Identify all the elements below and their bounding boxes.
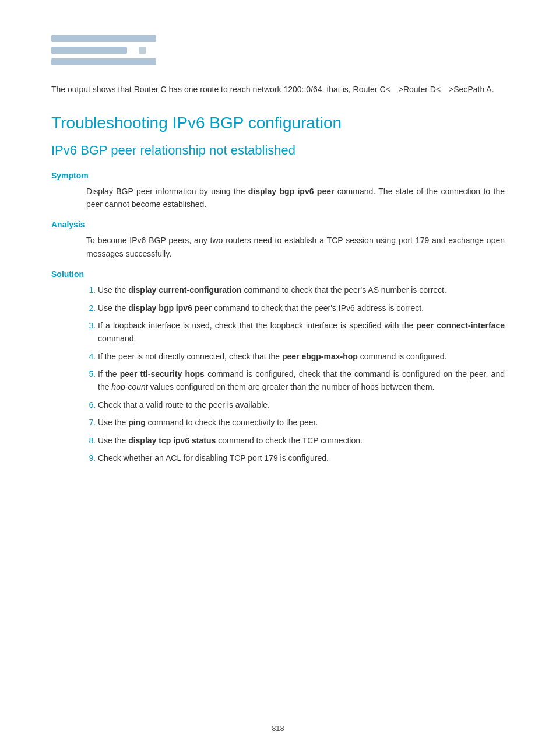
cmd-peer-connect: peer connect-interface [417, 321, 505, 330]
main-title: Troubleshooting IPv6 BGP configuration [51, 113, 505, 133]
analysis-content: To become IPv6 BGP peers, any two router… [86, 234, 505, 260]
table-bar-medium [51, 47, 127, 54]
solution-item-8: Use the display tcp ipv6 status command … [98, 434, 505, 447]
hop-count-text: hop-count [111, 382, 147, 391]
analysis-label: Analysis [51, 220, 505, 229]
table-placeholder [51, 35, 505, 65]
solution-item-4: If the peer is not directly connected, c… [98, 350, 505, 363]
table-bar-long [51, 35, 156, 42]
solution-item-9: Check whether an ACL for disabling TCP p… [98, 452, 505, 464]
symptom-cmd: display bgp ipv6 peer [248, 187, 335, 196]
symptom-label: Symptom [51, 171, 505, 180]
cmd-peer-ttl: peer ttl-security hops [120, 369, 205, 379]
cmd-ping: ping [128, 418, 146, 427]
solution-item-2: Use the display bgp ipv6 peer command to… [98, 302, 505, 314]
solution-label: Solution [51, 270, 505, 279]
sub-title: IPv6 BGP peer relationship not establish… [51, 142, 505, 159]
symptom-content: Display BGP peer information by using th… [86, 185, 505, 211]
solution-list: Use the display current-configuration co… [86, 284, 505, 464]
solution-item-1: Use the display current-configuration co… [98, 284, 505, 296]
cmd-display-tcp: display tcp ipv6 status [128, 436, 216, 445]
solution-item-6: Check that a valid route to the peer is … [98, 398, 505, 411]
table-bar-long-2 [51, 58, 156, 65]
cmd-peer-ebgp: peer ebgp-max-hop [282, 352, 358, 361]
table-row-1 [51, 35, 505, 42]
page-container: The output shows that Router C has one r… [0, 0, 556, 756]
cmd-display-current: display current-configuration [128, 285, 241, 295]
table-row-3 [51, 58, 505, 65]
page-number: 818 [0, 724, 556, 733]
table-row-2 [51, 47, 505, 54]
cmd-display-bgp-ipv6: display bgp ipv6 peer [128, 303, 212, 313]
solution-item-7: Use the ping command to check the connec… [98, 416, 505, 429]
solution-item-3: If a loopback interface is used, check t… [98, 319, 505, 345]
solution-item-5: If the peer ttl-security hops command is… [98, 368, 505, 394]
intro-paragraph: The output shows that Router C has one r… [51, 83, 505, 96]
table-small-box [139, 47, 146, 54]
